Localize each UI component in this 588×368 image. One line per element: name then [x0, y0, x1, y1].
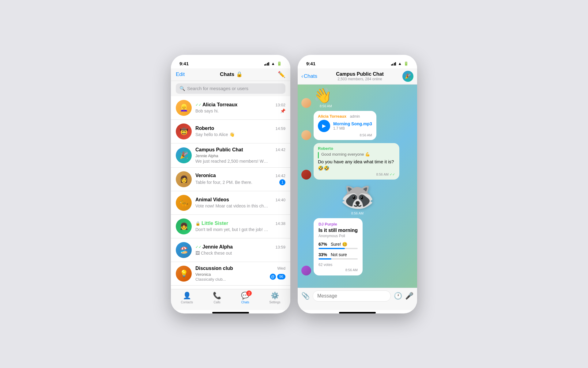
tab-settings[interactable]: ⚙️ Settings — [269, 292, 280, 304]
chat-content-alicia: ✓✓ Alicia Torreaux 13:02 Bob says hi. 📌 — [195, 102, 285, 113]
chat-preview-veronica: Table for four, 2 PM. Be there. — [195, 180, 252, 185]
battery-icon-left: 🔋 — [277, 61, 282, 66]
audio-info: Morning Song.mp3 1.7 MB — [333, 121, 372, 131]
compose-button[interactable]: ✏️ — [278, 71, 285, 78]
wave-emoji: 👋 — [314, 88, 332, 103]
badge-discussion: 96 — [277, 274, 285, 279]
back-chevron-icon: ‹ — [301, 73, 303, 79]
audio-size: 1.7 MB — [333, 126, 372, 131]
chat-name-veronica: Veronica — [195, 173, 216, 178]
chat-item-veronica[interactable]: 👩 Veronica 14:42 Table for four, 2 PM. B… — [171, 168, 290, 191]
chat-item-jennie[interactable]: 🏖️ ✓✓ Jennie Alpha 13:59 🖼 Check these o… — [171, 238, 290, 262]
chat-time-alicia: 13:02 — [275, 103, 285, 107]
play-button[interactable]: ▶ — [318, 120, 330, 132]
poll-text-2: Not sure — [331, 252, 347, 257]
msg-poll: DJ Purple Is it still morning Anonymous … — [301, 218, 413, 275]
tab-calls-label: Calls — [213, 301, 220, 304]
check-icon-alicia: ✓✓ — [195, 103, 202, 107]
discussion-preview-text: Classically club... — [195, 277, 263, 282]
chats-title: Chats 🔒 — [220, 71, 243, 78]
chat-content-discussion: Discussion club Wed Veronica Classically… — [195, 266, 285, 282]
avatar-animal: 🐆 — [176, 195, 192, 211]
chat-name-animal: Animal Videos — [195, 197, 229, 203]
mic-icon[interactable]: 🎤 — [405, 292, 413, 300]
poll-option-2: 33% Not sure — [318, 252, 358, 260]
pin-icon-alicia: 📌 — [280, 108, 285, 113]
contacts-icon: 👤 — [183, 292, 191, 300]
tab-contacts[interactable]: 👤 Contacts — [181, 292, 193, 304]
reply-bar — [318, 152, 319, 158]
poll-bar-fill-1 — [318, 248, 345, 249]
msg-avatar-alicia-audio — [301, 130, 311, 140]
campus-sub-sender: Jennie Alpha — [195, 154, 285, 158]
chat-name-sister: Little Sister — [202, 221, 228, 226]
chat-time-roberto: 14:59 — [275, 126, 285, 131]
back-label: Chats — [304, 73, 317, 79]
chat-nav-sub: 2,503 members, 284 online — [320, 77, 400, 81]
avatar-campus: 🎉 — [176, 147, 192, 163]
chat-item-roberto[interactable]: 🤠 Roberto 14:59 Say hello to Alice 👋 — [171, 120, 290, 143]
roberto-bubble: Roberto Good morning everyone 💪 Do you h… — [314, 143, 399, 180]
tab-chats[interactable]: 💬 2 Chats — [241, 292, 249, 304]
tab-settings-label: Settings — [269, 301, 280, 304]
home-indicator-left — [212, 312, 249, 313]
attach-icon[interactable]: 📎 — [301, 292, 310, 300]
signal-bar-1 — [264, 64, 265, 66]
poll-bubble: DJ Purple Is it still morning Anonymous … — [314, 218, 363, 275]
tab-chats-label: Chats — [241, 301, 249, 304]
message-input-bar: 📎 🕐 🎤 — [298, 288, 417, 310]
poll-type: Anonymous Poll — [318, 234, 358, 238]
msg-wave-sticker: 👋 8:56 AM — [301, 88, 413, 108]
audio-title: Morning Song.mp3 — [333, 121, 372, 126]
tab-calls[interactable]: 📞 Calls — [213, 292, 221, 304]
message-input[interactable] — [313, 290, 391, 302]
chat-preview-animal: Vote now! Moar cat videos in this channe… — [195, 203, 269, 208]
poll-bar-fill-2 — [318, 258, 331, 260]
avatar-veronica: 👩 — [176, 171, 192, 187]
chat-preview-jennie: 🖼 Check these out — [195, 251, 232, 256]
msg-roberto: Roberto Good morning everyone 💪 Do you h… — [301, 143, 413, 180]
search-input-container[interactable]: 🔍 Search for messages or users — [176, 83, 285, 94]
chat-item-animal[interactable]: 🐆 Animal Videos 14:40 Vote now! Moar cat… — [171, 191, 290, 215]
poll-bar-bg-1 — [318, 248, 358, 249]
admin-label: admin — [350, 114, 360, 119]
chat-item-campus[interactable]: 🎉 Campus Public Chat 14:42 Jennie Alpha … — [171, 143, 290, 168]
signal-bars-right — [391, 62, 396, 66]
chat-list: 👱‍♀️ ✓✓ Alicia Torreaux 13:02 Bob says h… — [171, 96, 290, 289]
poll-sender: DJ Purple — [318, 222, 358, 226]
msg-avatar-alicia-sticker — [301, 98, 311, 108]
reply-text: Good morning everyone 💪 — [321, 152, 370, 157]
chats-nav-bar: Edit Chats 🔒 ✏️ — [171, 68, 290, 81]
audio-sender: Alicia Torreaux admin — [318, 114, 372, 119]
audio-player[interactable]: ▶ Morning Song.mp3 1.7 MB — [318, 120, 372, 132]
phone-chat-view: 9:41 ▲ 🔋 ‹ Chats Campus Public Chat 2, — [298, 55, 417, 313]
signal-bar-4 — [268, 62, 269, 66]
edit-button[interactable]: Edit — [176, 71, 185, 78]
back-button[interactable]: ‹ Chats — [301, 73, 317, 79]
signal-bar-r3 — [394, 63, 395, 66]
status-icons-left: ▲ 🔋 — [264, 61, 282, 66]
chat-nav-bar: ‹ Chats Campus Public Chat 2,503 members… — [298, 68, 417, 85]
home-indicator-right — [339, 312, 376, 313]
signal-bars-left — [264, 62, 270, 66]
poll-bar-bg-2 — [318, 258, 358, 260]
chat-item-alicia[interactable]: 👱‍♀️ ✓✓ Alicia Torreaux 13:02 Bob says h… — [171, 96, 290, 120]
phone-chats-list: 9:41 ▲ 🔋 Edit Chats 🔒 ✏️ — [171, 55, 290, 313]
chat-item-sister[interactable]: 👧 🔒 Little Sister 14:38 Don't tell mom y… — [171, 215, 290, 238]
chat-nav-info: Campus Public Chat 2,503 members, 284 on… — [320, 71, 400, 81]
chat-item-discussion[interactable]: 💡 Discussion club Wed Veronica Classical… — [171, 262, 290, 286]
emoji-sticker-icon[interactable]: 🕐 — [394, 292, 402, 300]
mention-badge-discussion: @ — [270, 274, 276, 280]
status-icons-right: ▲ 🔋 — [391, 61, 409, 66]
search-bar: 🔍 Search for messages or users — [171, 81, 290, 96]
chats-tab-badge: 2 — [246, 290, 252, 296]
audio-bubble: Alicia Torreaux admin ▶ Morning Song.mp3… — [314, 111, 376, 140]
poll-votes: 62 votes — [318, 263, 358, 267]
chat-name-alicia: Alicia Torreaux — [202, 102, 237, 108]
chat-name-campus: Campus Public Chat — [195, 147, 243, 153]
roberto-text: Do you have any idea what time it is? 🤣🤣 — [318, 158, 395, 171]
battery-icon-right: 🔋 — [404, 61, 409, 66]
chat-nav-avatar[interactable]: 🎉 — [402, 71, 413, 82]
msg-avatar-dj — [301, 266, 311, 275]
chat-content-campus: Campus Public Chat 14:42 Jennie Alpha We… — [195, 147, 285, 164]
